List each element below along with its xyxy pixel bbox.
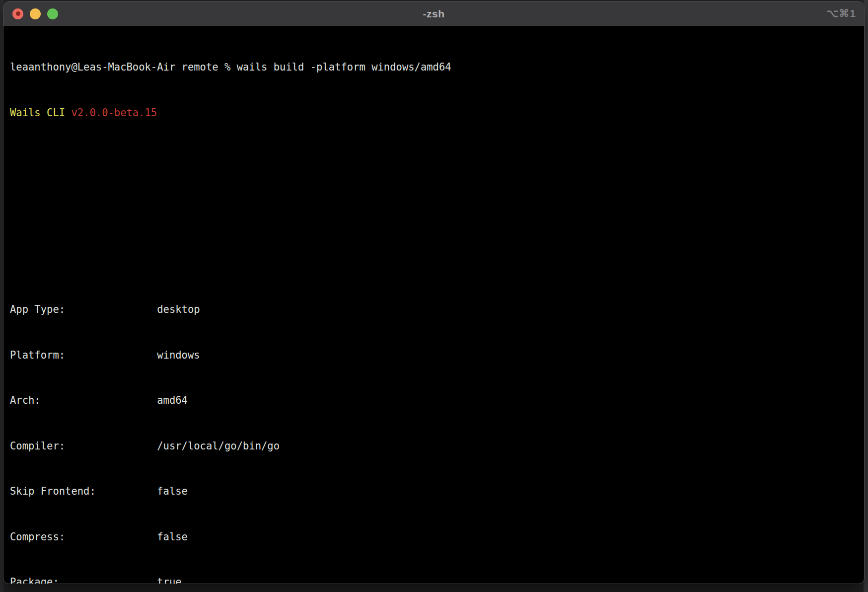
config-label: Compiler: bbox=[10, 439, 157, 454]
close-modified-dot-icon bbox=[16, 11, 20, 16]
blank-line bbox=[10, 196, 864, 212]
close-button[interactable] bbox=[12, 8, 23, 19]
minimize-button[interactable] bbox=[30, 8, 41, 19]
config-label: Compress: bbox=[10, 529, 157, 545]
tab-shortcut-badge: ⌥⌘1 bbox=[826, 7, 856, 19]
config-label: Skip Frontend: bbox=[10, 484, 157, 499]
terminal-window: -zsh ⌥⌘1 leaanthony@Leas-MacBook-Air rem… bbox=[3, 1, 865, 584]
titlebar[interactable]: -zsh ⌥⌘1 bbox=[3, 1, 864, 26]
config-row: Arch:amd64 bbox=[10, 393, 864, 408]
config-label: App Type: bbox=[10, 302, 157, 317]
wails-version: v2.0.0-beta.15 bbox=[71, 107, 157, 119]
config-row: Compress:false bbox=[10, 529, 864, 545]
config-label: Platform: bbox=[10, 348, 157, 363]
wails-version-line: Wails CLI v2.0.0-beta.15 bbox=[10, 105, 864, 121]
traffic-lights bbox=[12, 1, 58, 26]
config-label: Arch: bbox=[10, 393, 157, 408]
config-value: amd64 bbox=[157, 394, 188, 406]
zoom-button[interactable] bbox=[47, 8, 58, 19]
config-label: Package: bbox=[10, 575, 157, 584]
config-row: Package:true bbox=[10, 575, 864, 584]
config-value: false bbox=[157, 531, 188, 543]
shell-prompt: leaanthony@Leas-MacBook-Air remote % bbox=[10, 61, 237, 73]
blank-line bbox=[10, 150, 864, 166]
config-row: Skip Frontend:false bbox=[10, 484, 864, 499]
command-text: wails build -platform windows/amd64 bbox=[237, 61, 451, 73]
config-row: Compiler:/usr/local/go/bin/go bbox=[10, 439, 864, 454]
config-value: /usr/local/go/bin/go bbox=[157, 440, 280, 452]
wails-cli-label: Wails CLI bbox=[10, 107, 71, 119]
config-row: Platform:windows bbox=[10, 348, 864, 363]
config-value: false bbox=[157, 485, 188, 497]
blank-line bbox=[10, 241, 864, 257]
terminal-output[interactable]: leaanthony@Leas-MacBook-Air remote % wai… bbox=[3, 26, 864, 584]
prompt-line-1: leaanthony@Leas-MacBook-Air remote % wai… bbox=[10, 60, 864, 75]
config-value: desktop bbox=[157, 303, 200, 315]
config-row: App Type:desktop bbox=[10, 302, 864, 317]
window-title: -zsh bbox=[423, 8, 445, 20]
config-value: true bbox=[157, 576, 181, 584]
config-value: windows bbox=[157, 349, 200, 361]
